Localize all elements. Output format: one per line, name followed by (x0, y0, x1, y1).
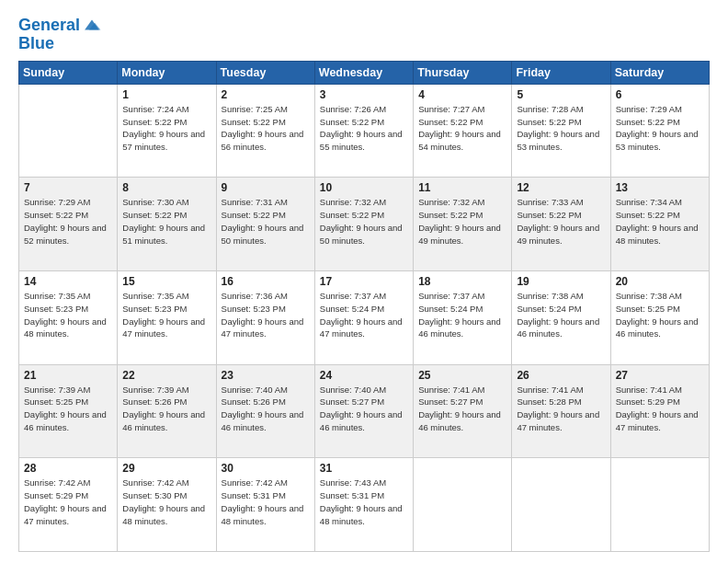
day-number: 10 (320, 181, 408, 194)
calendar-cell: 1Sunrise: 7:24 AMSunset: 5:22 PMDaylight… (118, 84, 216, 178)
day-info: Sunrise: 7:35 AMSunset: 5:23 PMDaylight:… (122, 290, 210, 340)
day-info: Sunrise: 7:25 AMSunset: 5:22 PMDaylight:… (222, 103, 310, 154)
day-number: 13 (616, 181, 704, 194)
day-number: 2 (222, 88, 310, 101)
day-number: 11 (418, 181, 506, 194)
day-number: 30 (222, 462, 310, 475)
calendar-cell: 16Sunrise: 7:36 AMSunset: 5:23 PMDayligh… (216, 271, 314, 365)
day-info: Sunrise: 7:42 AMSunset: 5:31 PMDaylight:… (222, 477, 310, 527)
day-info: Sunrise: 7:40 AMSunset: 5:27 PMDaylight:… (320, 384, 408, 434)
calendar-cell: 27Sunrise: 7:41 AMSunset: 5:29 PMDayligh… (610, 364, 709, 458)
day-info: Sunrise: 7:32 AMSunset: 5:22 PMDaylight:… (418, 196, 506, 247)
day-number: 16 (222, 275, 310, 288)
calendar-cell: 30Sunrise: 7:42 AMSunset: 5:31 PMDayligh… (216, 458, 314, 552)
col-header-friday: Friday (512, 61, 610, 84)
calendar-cell: 24Sunrise: 7:40 AMSunset: 5:27 PMDayligh… (314, 364, 413, 458)
day-number: 6 (616, 88, 704, 101)
day-number: 25 (418, 369, 506, 382)
day-info: Sunrise: 7:42 AMSunset: 5:30 PMDaylight:… (122, 477, 210, 527)
day-info: Sunrise: 7:42 AMSunset: 5:29 PMDaylight:… (24, 477, 112, 527)
day-number: 5 (517, 88, 605, 101)
day-info: Sunrise: 7:34 AMSunset: 5:22 PMDaylight:… (616, 196, 704, 247)
day-number: 17 (320, 275, 408, 288)
calendar-cell: 22Sunrise: 7:39 AMSunset: 5:26 PMDayligh… (118, 364, 216, 458)
calendar-cell: 11Sunrise: 7:32 AMSunset: 5:22 PMDayligh… (414, 178, 512, 271)
day-info: Sunrise: 7:41 AMSunset: 5:27 PMDaylight:… (418, 384, 506, 434)
calendar-cell (512, 458, 610, 552)
calendar-cell: 10Sunrise: 7:32 AMSunset: 5:22 PMDayligh… (314, 178, 413, 271)
day-info: Sunrise: 7:26 AMSunset: 5:22 PMDaylight:… (320, 103, 408, 154)
calendar-cell: 2Sunrise: 7:25 AMSunset: 5:22 PMDaylight… (216, 84, 314, 178)
calendar-cell: 4Sunrise: 7:27 AMSunset: 5:22 PMDaylight… (414, 84, 512, 178)
day-number: 7 (24, 181, 112, 194)
calendar-cell: 31Sunrise: 7:43 AMSunset: 5:31 PMDayligh… (314, 458, 413, 552)
day-number: 27 (616, 369, 704, 382)
header: General Blue (18, 17, 710, 53)
calendar-week-3: 14Sunrise: 7:35 AMSunset: 5:23 PMDayligh… (19, 271, 710, 365)
calendar-cell: 19Sunrise: 7:38 AMSunset: 5:24 PMDayligh… (512, 271, 610, 365)
day-number: 29 (122, 462, 210, 475)
day-info: Sunrise: 7:33 AMSunset: 5:22 PMDaylight:… (517, 196, 605, 247)
calendar-cell: 6Sunrise: 7:29 AMSunset: 5:22 PMDaylight… (610, 84, 709, 178)
col-header-sunday: Sunday (19, 61, 118, 84)
day-number: 4 (418, 88, 506, 101)
logo-text2: Blue (18, 35, 102, 53)
day-number: 23 (222, 369, 310, 382)
day-info: Sunrise: 7:36 AMSunset: 5:23 PMDaylight:… (222, 290, 310, 340)
day-number: 19 (517, 275, 605, 288)
calendar-cell: 25Sunrise: 7:41 AMSunset: 5:27 PMDayligh… (414, 364, 512, 458)
day-info: Sunrise: 7:37 AMSunset: 5:24 PMDaylight:… (320, 290, 408, 340)
day-number: 24 (320, 369, 408, 382)
calendar-cell: 7Sunrise: 7:29 AMSunset: 5:22 PMDaylight… (19, 178, 118, 271)
day-number: 1 (122, 88, 210, 101)
day-info: Sunrise: 7:43 AMSunset: 5:31 PMDaylight:… (320, 477, 408, 527)
calendar-cell: 5Sunrise: 7:28 AMSunset: 5:22 PMDaylight… (512, 84, 610, 178)
day-number: 21 (24, 369, 112, 382)
day-info: Sunrise: 7:27 AMSunset: 5:22 PMDaylight:… (418, 103, 506, 154)
day-number: 26 (517, 369, 605, 382)
day-info: Sunrise: 7:41 AMSunset: 5:29 PMDaylight:… (616, 384, 704, 434)
day-number: 12 (517, 181, 605, 194)
col-header-saturday: Saturday (610, 61, 709, 84)
calendar-cell: 21Sunrise: 7:39 AMSunset: 5:25 PMDayligh… (19, 364, 118, 458)
day-number: 28 (24, 462, 112, 475)
calendar-cell: 23Sunrise: 7:40 AMSunset: 5:26 PMDayligh… (216, 364, 314, 458)
logo: General Blue (18, 17, 102, 53)
day-info: Sunrise: 7:24 AMSunset: 5:22 PMDaylight:… (122, 103, 210, 154)
day-info: Sunrise: 7:31 AMSunset: 5:22 PMDaylight:… (222, 196, 310, 247)
day-info: Sunrise: 7:32 AMSunset: 5:22 PMDaylight:… (320, 196, 408, 247)
day-number: 20 (616, 275, 704, 288)
calendar-cell: 20Sunrise: 7:38 AMSunset: 5:25 PMDayligh… (610, 271, 709, 365)
day-number: 15 (122, 275, 210, 288)
col-header-monday: Monday (118, 61, 216, 84)
day-info: Sunrise: 7:38 AMSunset: 5:24 PMDaylight:… (517, 290, 605, 340)
calendar-cell (19, 84, 118, 178)
day-number: 8 (122, 181, 210, 194)
calendar-week-1: 1Sunrise: 7:24 AMSunset: 5:22 PMDaylight… (19, 84, 710, 178)
calendar-cell: 18Sunrise: 7:37 AMSunset: 5:24 PMDayligh… (414, 271, 512, 365)
day-number: 14 (24, 275, 112, 288)
day-info: Sunrise: 7:37 AMSunset: 5:24 PMDaylight:… (418, 290, 506, 340)
calendar-week-2: 7Sunrise: 7:29 AMSunset: 5:22 PMDaylight… (19, 178, 710, 271)
calendar-cell: 14Sunrise: 7:35 AMSunset: 5:23 PMDayligh… (19, 271, 118, 365)
calendar-week-5: 28Sunrise: 7:42 AMSunset: 5:29 PMDayligh… (19, 458, 710, 552)
calendar-cell: 13Sunrise: 7:34 AMSunset: 5:22 PMDayligh… (610, 178, 709, 271)
day-info: Sunrise: 7:28 AMSunset: 5:22 PMDaylight:… (517, 103, 605, 154)
day-number: 31 (320, 462, 408, 475)
calendar-cell: 15Sunrise: 7:35 AMSunset: 5:23 PMDayligh… (118, 271, 216, 365)
day-number: 3 (320, 88, 408, 101)
calendar-cell: 28Sunrise: 7:42 AMSunset: 5:29 PMDayligh… (19, 458, 118, 552)
day-info: Sunrise: 7:39 AMSunset: 5:26 PMDaylight:… (122, 384, 210, 434)
day-number: 22 (122, 369, 210, 382)
col-header-wednesday: Wednesday (314, 61, 413, 84)
calendar-header-row: SundayMondayTuesdayWednesdayThursdayFrid… (19, 61, 710, 84)
calendar-cell: 17Sunrise: 7:37 AMSunset: 5:24 PMDayligh… (314, 271, 413, 365)
day-number: 18 (418, 275, 506, 288)
calendar-cell (610, 458, 709, 552)
logo-icon (82, 15, 102, 35)
calendar-cell: 29Sunrise: 7:42 AMSunset: 5:30 PMDayligh… (118, 458, 216, 552)
day-number: 9 (222, 181, 310, 194)
calendar-cell: 12Sunrise: 7:33 AMSunset: 5:22 PMDayligh… (512, 178, 610, 271)
logo-text: General (18, 17, 80, 35)
day-info: Sunrise: 7:29 AMSunset: 5:22 PMDaylight:… (616, 103, 704, 154)
